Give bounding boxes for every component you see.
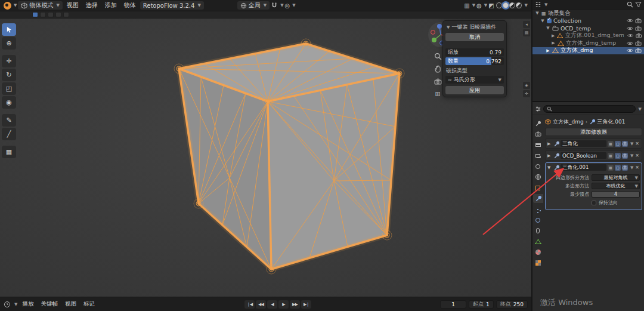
tab-object-data[interactable] bbox=[533, 237, 543, 246]
render-visibility-icon[interactable] bbox=[635, 41, 642, 46]
tab-scene[interactable] bbox=[533, 162, 543, 171]
outliner-search-icon[interactable] bbox=[627, 1, 633, 8]
outliner-row-scene-collection[interactable]: ▼ ▦ 场景集合 bbox=[532, 10, 644, 17]
render-visibility-icon[interactable] bbox=[635, 18, 642, 23]
keep-normals-checkbox[interactable] bbox=[592, 201, 596, 205]
edit-mode-toggle[interactable]: ▦ bbox=[608, 153, 614, 159]
expand-icon[interactable]: ▶ bbox=[551, 41, 556, 45]
blender-menu-caret-icon[interactable]: ▼ bbox=[14, 3, 17, 8]
blender-logo-icon[interactable] bbox=[4, 2, 11, 10]
gizmo-toggle-icon[interactable]: ▥ bbox=[464, 2, 469, 9]
modifier-expand-icon[interactable]: ▼ bbox=[547, 165, 552, 170]
add-modifier-button[interactable]: 添加修改器 bbox=[545, 128, 642, 136]
properties-search-input[interactable] bbox=[543, 105, 636, 113]
scale-field[interactable]: 缩放 0.79 bbox=[445, 48, 504, 56]
outliner-row-cube-dmg-temp[interactable]: ▶ 立方体_dmg_temp bbox=[532, 39, 644, 47]
tool-annotate[interactable]: ✎ bbox=[2, 114, 16, 127]
expand-icon[interactable]: ▼ bbox=[540, 19, 545, 23]
play-button[interactable]: ▶ bbox=[278, 300, 289, 309]
render-visibility-icon[interactable] bbox=[635, 48, 642, 53]
breadcrumb-modifier[interactable]: 三角化.001 bbox=[597, 118, 625, 126]
modifier-extras-icon[interactable]: ▼ bbox=[630, 165, 633, 170]
select-mode-extend-icon[interactable] bbox=[40, 12, 46, 17]
tool-measure[interactable]: ╱ bbox=[2, 128, 16, 140]
realtime-toggle[interactable]: ▢ bbox=[615, 153, 621, 159]
tab-texture[interactable] bbox=[533, 258, 543, 267]
panel-collapse-icon[interactable]: ▼ bbox=[447, 25, 450, 30]
collection-checkbox[interactable] bbox=[547, 19, 552, 23]
min-vertices-field[interactable]: 4 bbox=[592, 191, 640, 198]
menu-object[interactable]: 物体 bbox=[121, 0, 139, 11]
hide-eye-icon[interactable] bbox=[627, 48, 633, 53]
outliner-row-cube-dmg[interactable]: ▶ 立方体_dmg bbox=[532, 47, 644, 55]
apply-button[interactable]: 应用 bbox=[445, 86, 504, 94]
timeline-menu-marker[interactable]: 标记 bbox=[81, 300, 97, 308]
timeline-editor-icon[interactable] bbox=[4, 301, 11, 308]
render-visibility-icon[interactable] bbox=[635, 26, 642, 31]
proportional-edit-icon[interactable]: ◎ bbox=[285, 2, 290, 9]
modifier-extras-icon[interactable]: ▼ bbox=[630, 153, 633, 158]
prev-keyframe-button[interactable]: ◀◀ bbox=[256, 300, 266, 309]
tab-object[interactable] bbox=[533, 183, 543, 192]
tab-world[interactable] bbox=[533, 173, 543, 181]
edit-mode-toggle[interactable]: ▦ bbox=[608, 141, 614, 147]
frame-start-field[interactable]: 起点 1 bbox=[469, 300, 494, 309]
mode-dropdown[interactable]: 物体模式 ▼ bbox=[18, 1, 62, 10]
modifier-expand-icon[interactable]: ▶ bbox=[547, 141, 552, 146]
menu-view[interactable]: 视图 bbox=[64, 0, 82, 11]
properties-filter-caret-icon[interactable]: ▼ bbox=[639, 107, 642, 112]
shading-solid-icon[interactable] bbox=[503, 2, 509, 8]
tool-select-box[interactable] bbox=[2, 23, 16, 36]
realtime-toggle[interactable]: ▢ bbox=[615, 165, 621, 171]
modifier-close-icon[interactable]: ✕ bbox=[634, 153, 640, 158]
sidebar-tab-icon[interactable]: ▤ bbox=[523, 29, 530, 36]
outliner-row-ocd-temp[interactable]: ▼ OCD_temp bbox=[532, 24, 644, 32]
menu-select[interactable]: 选择 bbox=[83, 0, 101, 11]
timeline-editor-caret-icon[interactable]: ▼ bbox=[14, 302, 17, 307]
modifier-close-icon[interactable]: ✕ bbox=[634, 141, 640, 146]
jump-to-start-button[interactable]: ❘◀ bbox=[244, 300, 255, 309]
tab-render[interactable] bbox=[533, 130, 543, 138]
pan-hand-icon[interactable] bbox=[434, 64, 442, 73]
xray-toggle-icon[interactable]: ◩ bbox=[488, 2, 494, 9]
retopoflow-menu[interactable]: RetopoFlow 3.2.4 ▼ bbox=[140, 1, 204, 10]
tool-move[interactable]: ✛ bbox=[2, 55, 16, 67]
jump-to-end-button[interactable]: ▶❘ bbox=[301, 300, 311, 309]
properties-editor-icon[interactable] bbox=[535, 106, 541, 112]
tool-rotate[interactable]: ↻ bbox=[2, 69, 16, 81]
expand-icon[interactable]: ▼ bbox=[546, 26, 550, 30]
expand-icon[interactable]: ▶ bbox=[546, 48, 550, 53]
frame-end-field[interactable]: 终点 250 bbox=[496, 300, 528, 309]
menu-add[interactable]: 添加 bbox=[102, 0, 120, 11]
next-keyframe-button[interactable]: ▶▶ bbox=[290, 300, 300, 309]
ngon-method-dropdown[interactable]: 布线优化 ▼ bbox=[592, 183, 640, 189]
tab-physics[interactable] bbox=[533, 215, 543, 224]
camera-view-icon[interactable] bbox=[434, 77, 442, 85]
render-visibility-icon[interactable] bbox=[636, 33, 642, 38]
select-mode-invert-icon[interactable] bbox=[55, 12, 61, 17]
snap-magnet-icon[interactable] bbox=[271, 2, 278, 9]
zoom-icon[interactable] bbox=[434, 52, 442, 60]
transform-orientation-dropdown[interactable]: 全局 ▼ bbox=[237, 1, 270, 10]
tab-constraints[interactable] bbox=[533, 226, 543, 235]
timeline-menu-keying[interactable]: 关键帧 bbox=[38, 300, 60, 308]
modifier-name-field[interactable]: 三角化 bbox=[561, 140, 606, 147]
perspective-toggle-icon[interactable]: ⊞ bbox=[434, 90, 442, 98]
overlays-caret-icon[interactable]: ▼ bbox=[484, 3, 487, 8]
viewport-canvas[interactable]: ⊕ ✛ ↻ ◰ ◉ ✎ ╱ ▦ ▼ 一键装 旧棱膜插件 取消 缩放 0.79 bbox=[0, 19, 531, 297]
amount-slider[interactable]: 数量 0.792 bbox=[445, 57, 504, 65]
play-reverse-button[interactable]: ◀ bbox=[267, 300, 277, 309]
hide-eye-icon[interactable] bbox=[627, 18, 633, 23]
tool-scale[interactable]: ◰ bbox=[2, 82, 16, 95]
outliner-editor-caret-icon[interactable]: ▼ bbox=[544, 2, 547, 7]
proportional-caret-icon[interactable]: ▼ bbox=[292, 3, 295, 8]
select-mode-intersect-icon[interactable] bbox=[63, 12, 69, 17]
hide-eye-icon[interactable] bbox=[627, 41, 633, 46]
edit-mode-toggle[interactable]: ▦ bbox=[608, 165, 614, 171]
tab-view-layer[interactable] bbox=[533, 151, 543, 160]
modifier-name-field[interactable]: OCD_Boolean bbox=[561, 152, 606, 159]
tab-tool[interactable] bbox=[533, 119, 543, 128]
outliner-filter-icon[interactable] bbox=[635, 1, 642, 8]
hide-eye-icon[interactable] bbox=[627, 26, 633, 31]
timeline-menu-playback[interactable]: 播放 bbox=[20, 300, 36, 308]
